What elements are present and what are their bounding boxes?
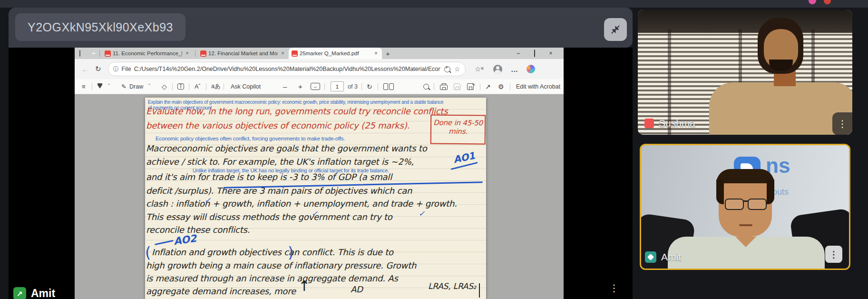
- highlighter-icon[interactable]: [98, 79, 102, 94]
- ao2-annotation: AO2: [173, 233, 197, 247]
- screen-share-icon: ↗: [13, 287, 26, 299]
- refresh-icon[interactable]: ↻: [95, 65, 101, 73]
- session-header: Y2OGXkN95Xkl90XeXb93: [9, 8, 633, 48]
- separator: [361, 83, 362, 90]
- tab-close-icon[interactable]: ×: [280, 50, 286, 57]
- rotate-icon[interactable]: ↻: [367, 79, 372, 94]
- save-icon[interactable]: [454, 79, 460, 94]
- separator: [172, 83, 173, 90]
- participant-options-button[interactable]: ⋮: [825, 246, 842, 263]
- typed-question-line1: Explain the main objectives of governmen…: [148, 100, 443, 105]
- done-line1: Done in 45-50: [431, 119, 485, 128]
- participant-tile-sushma[interactable]: Sushma ⋮: [638, 10, 852, 135]
- favorite-star-icon[interactable]: ☆: [454, 65, 460, 73]
- ask-copilot-button[interactable]: Ask Copilot: [231, 79, 261, 94]
- translate-icon[interactable]: aあ: [211, 79, 221, 94]
- blue-paren-open: (: [145, 243, 151, 261]
- participant-video: [767, 179, 774, 204]
- screen-share-region: 11. Economic Performance_Notes × 12. Fin…: [9, 48, 633, 299]
- handwriting-line: aggregate demand increases, more: [146, 286, 296, 296]
- separator: [92, 83, 92, 90]
- star-glyph: ☆: [475, 65, 481, 73]
- fullscreen-icon[interactable]: ↗: [485, 79, 491, 94]
- check-mark: ✓: [419, 209, 425, 218]
- new-tab-button[interactable]: +: [386, 50, 390, 58]
- page-number-input[interactable]: 1: [331, 79, 344, 94]
- session-code-pill[interactable]: Y2OGXkN95Xkl90XeXb93: [15, 13, 185, 41]
- list-glyph: ≡: [481, 66, 484, 71]
- tab-economic-performance[interactable]: 11. Economic Performance_Notes ×: [102, 48, 193, 59]
- handwriting-line: and it's aim for trade is to keep is -3 …: [146, 172, 392, 182]
- text-box-icon[interactable]: T: [177, 79, 184, 94]
- window-restore-button[interactable]: [527, 50, 543, 57]
- highlighter-chevron-icon[interactable]: ˇ: [108, 79, 110, 94]
- more-menu-icon[interactable]: …: [511, 65, 518, 73]
- back-icon[interactable]: ←: [81, 65, 88, 73]
- text-box-glyph: T: [177, 83, 184, 90]
- settings-gear-icon[interactable]: ⚙: [498, 79, 504, 94]
- handwriting-line: is measured through an increase in aggre…: [146, 273, 398, 283]
- share-arrow-glyph: ↗: [17, 289, 23, 298]
- tab-close-icon[interactable]: ×: [373, 50, 379, 57]
- presenter-overlay: ↗ Amit: [13, 287, 55, 299]
- done-line2: mins.: [431, 127, 485, 136]
- meeting-app-window: Y2OGXkN95Xkl90XeXb93 11. Economic Perf: [0, 0, 868, 299]
- edit-with-acrobat-button[interactable]: Edit with Acrobat: [516, 79, 560, 94]
- vertical-dots-icon: ⋮: [838, 119, 847, 129]
- save-as-icon[interactable]: ✎: [467, 79, 476, 94]
- page-total-label: of 3: [348, 79, 358, 94]
- handwriting-line: This essay will discuss methods the gove…: [146, 212, 392, 222]
- tab-close-icon[interactable]: ×: [184, 50, 190, 57]
- edge-browser-window: 11. Economic Performance_Notes × 12. Fin…: [75, 48, 564, 299]
- pdf-viewer[interactable]: Explain the main objectives of governmen…: [75, 94, 564, 299]
- tab-25marker-active[interactable]: 25marker Q_Marked.pdf ×: [289, 48, 382, 59]
- glasses: [725, 199, 767, 210]
- zoom-in-icon[interactable]: +: [298, 79, 302, 94]
- page-view-icon[interactable]: [383, 79, 394, 94]
- window-close-button[interactable]: ×: [543, 50, 559, 57]
- red-handwriting-line1: Evaluate how, in the long run, governmen…: [146, 106, 448, 116]
- print-icon[interactable]: [440, 79, 448, 94]
- participant-badge-icon: [645, 251, 656, 263]
- info-icon[interactable]: ⓘ: [113, 65, 119, 73]
- eraser-icon[interactable]: ◇: [162, 79, 167, 94]
- draw-chevron-icon[interactable]: ˇ: [148, 79, 150, 94]
- separator: [224, 83, 224, 90]
- done-time-box: Done in 45-50 mins.: [430, 114, 486, 144]
- tab-search-icon[interactable]: [91, 50, 98, 57]
- window-minimize-button[interactable]: –: [510, 50, 527, 57]
- profile-avatar-icon[interactable]: [493, 65, 502, 74]
- pdf-page: Explain the main objectives of governmen…: [145, 98, 486, 299]
- url-field[interactable]: ⓘ File C:/Users/T14s%20Gen.2/OneDrive/Vi…: [108, 62, 466, 76]
- zoom-page-icon[interactable]: [444, 66, 450, 72]
- handwriting-line: Macroeconomic objectives are goals that …: [146, 143, 427, 153]
- participant-video: [716, 169, 774, 183]
- handwriting-line: deficit /surplus). There are 3 main pair…: [146, 186, 412, 196]
- separator: [206, 83, 206, 90]
- shrink-screen-button[interactable]: [604, 18, 627, 41]
- session-code: Y2OGXkN95Xkl90XeXb93: [28, 20, 173, 34]
- participant-options-button[interactable]: ⋮: [832, 112, 852, 135]
- search-icon[interactable]: [423, 79, 429, 94]
- workspaces-icon[interactable]: [79, 50, 86, 57]
- participant-tile-amit[interactable]: ns outs Amit ⋮: [640, 144, 850, 270]
- scheme-label: File: [122, 66, 131, 72]
- add-text-icon[interactable]: Aˆ: [195, 79, 201, 94]
- pdf-menu-icon[interactable]: ≡: [82, 79, 85, 94]
- favorites-hub-icon[interactable]: ☆≡: [475, 65, 484, 73]
- restore-icon: [534, 50, 535, 57]
- draw-button[interactable]: Draw: [129, 79, 143, 94]
- typed-note-tradeoffs: Economic policy objectives often conflic…: [156, 136, 345, 141]
- separator: [434, 83, 434, 90]
- check-mark: ✓: [205, 196, 211, 205]
- draw-pen-icon[interactable]: ✎: [121, 79, 126, 94]
- zoom-out-icon[interactable]: –: [283, 79, 287, 94]
- pdf-file-icon: [105, 50, 111, 57]
- share-options-button[interactable]: ⋮: [609, 283, 619, 293]
- copilot-icon[interactable]: [527, 65, 535, 73]
- ao2-dash: [155, 240, 174, 245]
- handwriting-line: high growth being a main cause of inflat…: [146, 260, 416, 270]
- tab-financial-market[interactable]: 12. Financial Market and Monetar ×: [197, 48, 289, 59]
- url-text: C:/Users/T14s%20Gen.2/OneDrive/Vidhu%20L…: [134, 66, 440, 72]
- fit-width-icon[interactable]: ↔: [311, 79, 320, 94]
